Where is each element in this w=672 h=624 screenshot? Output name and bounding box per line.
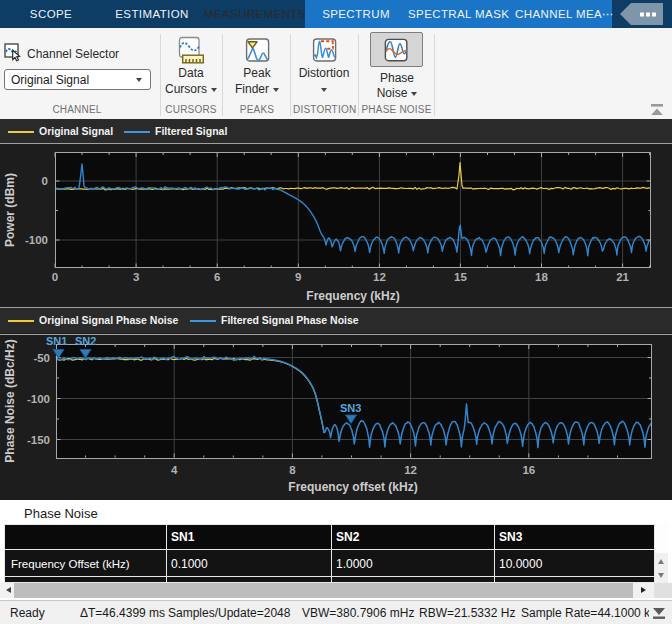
- svg-text:4: 4: [171, 464, 178, 476]
- svg-text:6: 6: [214, 271, 220, 283]
- svg-text:SN2: SN2: [75, 335, 96, 347]
- svg-text:SN3: SN3: [340, 402, 361, 414]
- svg-text:12: 12: [373, 271, 386, 283]
- svg-text:12: 12: [404, 464, 417, 476]
- svg-text:0: 0: [52, 271, 58, 283]
- svg-text:-100: -100: [27, 393, 50, 405]
- svg-text:Frequency offset (kHz): Frequency offset (kHz): [288, 480, 417, 494]
- svg-text:SN1: SN1: [46, 335, 67, 347]
- svg-text:15: 15: [454, 271, 467, 283]
- svg-text:18: 18: [535, 271, 548, 283]
- svg-text:8: 8: [289, 464, 296, 476]
- svg-text:-50: -50: [33, 352, 50, 364]
- svg-text:3: 3: [133, 271, 139, 283]
- svg-text:0: 0: [42, 175, 48, 187]
- svg-text:21: 21: [616, 271, 629, 283]
- svg-text:Power (dBm): Power (dBm): [3, 173, 17, 247]
- svg-text:Phase Noise (dBc/Hz): Phase Noise (dBc/Hz): [3, 339, 17, 462]
- svg-text:16: 16: [522, 464, 535, 476]
- svg-text:Frequency (kHz): Frequency (kHz): [306, 289, 399, 303]
- svg-text:-150: -150: [27, 434, 50, 446]
- svg-text:-100: -100: [25, 234, 48, 246]
- svg-text:9: 9: [295, 271, 301, 283]
